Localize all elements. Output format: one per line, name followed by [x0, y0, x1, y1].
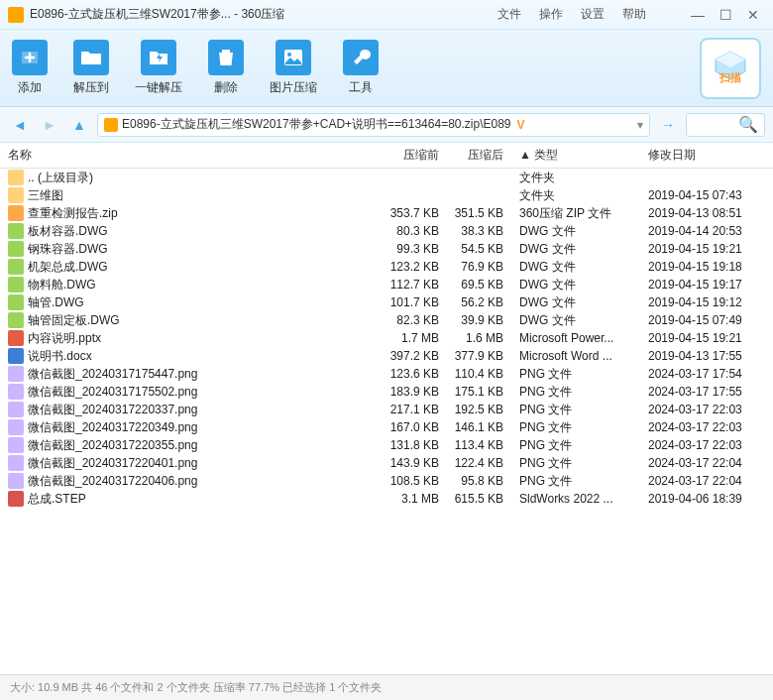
file-date: 2019-04-14 20:53 [640, 224, 773, 238]
path-input[interactable]: E0896-立式旋压机三维SW2017带参+CAD+说明书==613464=80… [97, 113, 650, 137]
file-row[interactable]: 微信截图_20240317175502.png 183.9 KB 175.1 K… [0, 383, 773, 401]
size-after: 615.5 KB [447, 492, 511, 506]
size-after: 76.9 KB [447, 260, 511, 274]
size-after: 56.2 KB [447, 295, 511, 309]
tool-trash[interactable]: 删除 [208, 40, 244, 96]
file-row[interactable]: 机架总成.DWG 123.2 KB 76.9 KB DWG 文件 2019-04… [0, 258, 773, 276]
file-name: 总成.STEP [28, 491, 86, 508]
size-after: 95.8 KB [447, 474, 511, 488]
scan-icon: 扫描 [712, 50, 749, 87]
bolt-icon [141, 40, 176, 75]
menu-help[interactable]: 帮助 [622, 6, 646, 23]
file-name: 机架总成.DWG [28, 259, 108, 276]
col-type[interactable]: ▲ 类型 [511, 147, 640, 164]
file-row[interactable]: 轴管固定板.DWG 82.3 KB 39.9 KB DWG 文件 2019-04… [0, 311, 773, 329]
file-name: 查重检测报告.zip [28, 205, 118, 222]
file-type: 360压缩 ZIP 文件 [511, 205, 640, 222]
file-date: 2019-04-13 08:51 [640, 206, 773, 220]
forward-button[interactable]: ► [38, 113, 61, 137]
close-button[interactable]: ✕ [741, 6, 765, 24]
tool-folder[interactable]: 解压到 [73, 40, 109, 96]
menu-bar: 文件 操作 设置 帮助 [497, 6, 646, 23]
scan-button[interactable]: 扫描 [700, 38, 761, 99]
file-type: Microsoft Word ... [511, 349, 640, 363]
menu-settings[interactable]: 设置 [581, 6, 605, 23]
file-row[interactable]: 查重检测报告.zip 353.7 KB 351.5 KB 360压缩 ZIP 文… [0, 204, 773, 222]
file-row[interactable]: 总成.STEP 3.1 MB 615.5 KB SldWorks 2022 ..… [0, 490, 773, 508]
size-after: 113.4 KB [447, 438, 511, 452]
file-type: SldWorks 2022 ... [511, 492, 640, 506]
menu-file[interactable]: 文件 [497, 6, 521, 23]
file-row[interactable]: 微信截图_20240317175447.png 123.6 KB 110.4 K… [0, 365, 773, 383]
size-after: 175.1 KB [447, 385, 511, 399]
path-text: E0896-立式旋压机三维SW2017带参+CAD+说明书==613464=80… [122, 116, 511, 133]
tool-bolt[interactable]: 一键解压 [135, 40, 182, 96]
file-row[interactable]: 轴管.DWG 101.7 KB 56.2 KB DWG 文件 2019-04-1… [0, 293, 773, 311]
file-name: 微信截图_20240317220355.png [28, 437, 197, 454]
tool-label: 解压到 [73, 79, 109, 96]
file-name: 轴管.DWG [28, 294, 84, 311]
tool-wrench[interactable]: 工具 [343, 40, 379, 96]
file-icon [8, 294, 24, 310]
file-type: 文件夹 [511, 187, 640, 204]
file-date: 2019-04-15 19:21 [640, 242, 773, 256]
file-name: .. (上级目录) [28, 170, 93, 186]
status-text: 大小: 10.9 MB 共 46 个文件和 2 个文件夹 压缩率 77.7% 已… [10, 680, 382, 695]
file-type: DWG 文件 [511, 241, 640, 258]
file-row[interactable]: 钢珠容器.DWG 99.3 KB 54.5 KB DWG 文件 2019-04-… [0, 240, 773, 258]
file-row[interactable]: 物料舱.DWG 112.7 KB 69.5 KB DWG 文件 2019-04-… [0, 276, 773, 293]
file-name: 说明书.docx [28, 348, 92, 365]
col-after[interactable]: 压缩后 [447, 147, 511, 164]
col-before[interactable]: 压缩前 [383, 147, 447, 164]
file-icon [8, 473, 24, 489]
file-row[interactable]: 三维图 文件夹 2019-04-15 07:43 [0, 186, 773, 204]
app-icon [8, 7, 24, 23]
col-date[interactable]: 修改日期 [640, 147, 773, 164]
file-type: PNG 文件 [511, 437, 640, 454]
file-type: PNG 文件 [511, 419, 640, 436]
size-before: 3.1 MB [383, 492, 447, 506]
menu-operation[interactable]: 操作 [539, 6, 563, 23]
tool-add[interactable]: 添加 [12, 40, 48, 96]
titlebar: E0896-立式旋压机三维SW2017带参... - 360压缩 文件 操作 设… [0, 0, 773, 30]
up-button[interactable]: ▲ [67, 113, 91, 137]
file-name: 物料舱.DWG [28, 277, 96, 293]
tool-image[interactable]: 图片压缩 [270, 40, 317, 96]
minimize-button[interactable]: ― [686, 6, 710, 24]
search-input[interactable]: 🔍 [686, 113, 765, 137]
maximize-button[interactable]: ☐ [714, 6, 737, 24]
size-before: 123.2 KB [383, 260, 447, 274]
file-icon [8, 277, 24, 292]
file-row[interactable]: 内容说明.pptx 1.7 MB 1.6 MB Microsoft Power.… [0, 329, 773, 347]
file-row[interactable]: 板材容器.DWG 80.3 KB 38.3 KB DWG 文件 2019-04-… [0, 222, 773, 240]
file-row[interactable]: 微信截图_20240317220355.png 131.8 KB 113.4 K… [0, 436, 773, 454]
back-button[interactable]: ◄ [8, 113, 32, 137]
file-row[interactable]: 微信截图_20240317220337.png 217.1 KB 192.5 K… [0, 401, 773, 418]
chevron-down-icon[interactable]: ▾ [637, 118, 643, 132]
col-name[interactable]: 名称 [8, 147, 383, 164]
file-date: 2024-03-17 22:03 [640, 403, 773, 416]
file-icon [8, 437, 24, 453]
size-before: 123.6 KB [383, 367, 447, 381]
file-date: 2019-04-15 07:43 [640, 188, 773, 202]
file-date: 2019-04-15 19:21 [640, 331, 773, 345]
file-icon [8, 205, 24, 221]
size-before: 108.5 KB [383, 474, 447, 488]
file-row[interactable]: .. (上级目录) 文件夹 [0, 169, 773, 186]
file-type: PNG 文件 [511, 455, 640, 472]
search-icon: 🔍 [738, 115, 758, 134]
file-date: 2024-03-17 17:55 [640, 385, 773, 399]
file-row[interactable]: 微信截图_20240317220401.png 143.9 KB 122.4 K… [0, 454, 773, 472]
size-after: 122.4 KB [447, 456, 511, 470]
size-before: 99.3 KB [383, 242, 447, 256]
size-after: 351.5 KB [447, 206, 511, 220]
size-before: 112.7 KB [383, 278, 447, 292]
file-row[interactable]: 说明书.docx 397.2 KB 377.9 KB Microsoft Wor… [0, 347, 773, 365]
tool-label: 删除 [214, 79, 238, 96]
go-button[interactable]: → [656, 113, 680, 137]
file-row[interactable]: 微信截图_20240317220406.png 108.5 KB 95.8 KB… [0, 472, 773, 490]
file-row[interactable]: 微信截图_20240317220349.png 167.0 KB 146.1 K… [0, 418, 773, 436]
pathbar: ◄ ► ▲ E0896-立式旋压机三维SW2017带参+CAD+说明书==613… [0, 107, 773, 143]
file-date: 2024-03-17 22:04 [640, 474, 773, 488]
file-list: .. (上级目录) 文件夹 三维图 文件夹 2019-04-15 07:43 查… [0, 169, 773, 674]
